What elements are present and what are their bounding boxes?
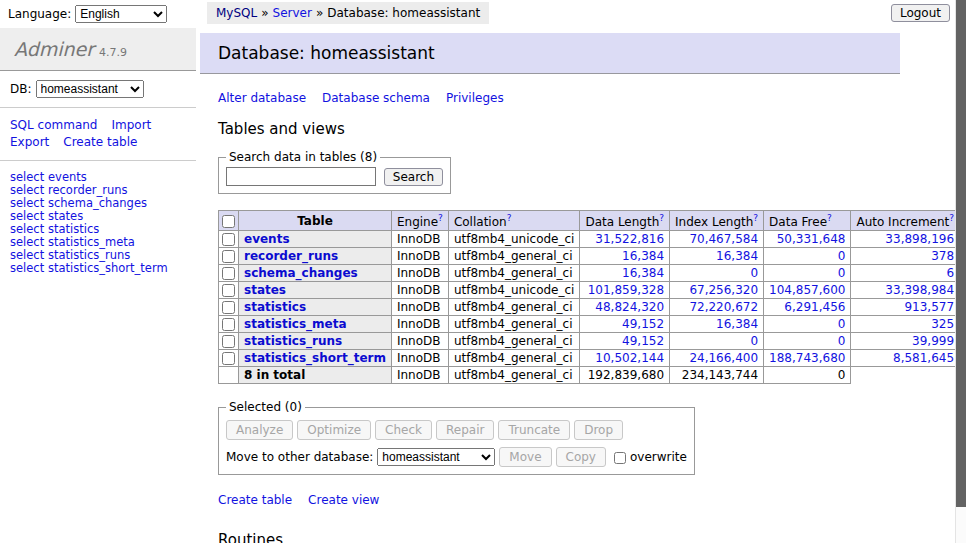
help-link-data-free[interactable]: ?: [827, 213, 832, 223]
sidebar-table-link-statistics_short_term[interactable]: statistics_short_term: [48, 261, 168, 275]
breadcrumb-server-type-link[interactable]: MySQL: [216, 6, 257, 20]
sidebar-table-link-statistics_runs[interactable]: statistics_runs: [48, 248, 130, 262]
sidebar-select-link-recorder_runs[interactable]: select: [10, 183, 44, 197]
row-checkbox-statistics[interactable]: [222, 301, 235, 314]
table-link-statistics_runs[interactable]: statistics_runs: [244, 334, 342, 348]
auto-increment-link[interactable]: 913,577: [904, 300, 954, 314]
sidebar-link-create-table[interactable]: Create table: [63, 134, 137, 151]
scrollbar-thumb[interactable]: [956, 0, 966, 507]
index-length-link[interactable]: 70,467,584: [689, 232, 758, 246]
data-free-link[interactable]: 0: [838, 266, 846, 280]
search-input[interactable]: [226, 167, 376, 186]
create-view-link[interactable]: Create view: [308, 493, 379, 507]
breadcrumb-server-link[interactable]: Server: [273, 6, 312, 20]
row-checkbox-events[interactable]: [222, 233, 235, 246]
auto-increment-link[interactable]: 6: [946, 266, 954, 280]
sidebar-select-link-states[interactable]: select: [10, 209, 44, 223]
table-link-recorder_runs[interactable]: recorder_runs: [244, 249, 338, 263]
select-all-checkbox[interactable]: [222, 215, 235, 228]
sidebar-select-link-statistics[interactable]: select: [10, 222, 44, 236]
move-button[interactable]: Move: [499, 447, 551, 467]
data-length-link[interactable]: 48,824,320: [595, 300, 664, 314]
move-db-select[interactable]: homeassistant: [377, 448, 495, 466]
sidebar-table-link-schema_changes[interactable]: schema_changes: [48, 196, 147, 210]
sidebar-table-link-states[interactable]: states: [48, 209, 83, 223]
data-free-link[interactable]: 0: [838, 334, 846, 348]
help-link-engine[interactable]: ?: [438, 213, 443, 223]
drop-button[interactable]: Drop: [574, 420, 623, 440]
data-length-link[interactable]: 31,522,816: [595, 232, 664, 246]
row-checkbox-states[interactable]: [222, 284, 235, 297]
sidebar-link-export[interactable]: Export: [10, 134, 49, 151]
sidebar-select-link-statistics_short_term[interactable]: select: [10, 261, 44, 275]
index-length-link[interactable]: 72,220,672: [689, 300, 758, 314]
language-select[interactable]: English: [75, 5, 167, 23]
index-length-link[interactable]: 16,384: [716, 249, 758, 263]
copy-button[interactable]: Copy: [556, 447, 606, 467]
auto-increment-link[interactable]: 325: [931, 317, 954, 331]
search-button[interactable]: Search: [384, 168, 443, 186]
data-length-link[interactable]: 49,152: [622, 317, 664, 331]
table-link-statistics[interactable]: statistics: [244, 300, 306, 314]
row-checkbox-schema_changes[interactable]: [222, 267, 235, 280]
row-checkbox-statistics_runs[interactable]: [222, 335, 235, 348]
analyze-button[interactable]: Analyze: [226, 420, 293, 440]
data-free-link[interactable]: 188,743,680: [769, 351, 845, 365]
sidebar-table-link-recorder_runs[interactable]: recorder_runs: [48, 183, 128, 197]
optimize-button[interactable]: Optimize: [297, 420, 371, 440]
data-free-link[interactable]: 50,331,648: [777, 232, 846, 246]
sidebar-link-import[interactable]: Import: [111, 117, 151, 134]
table-link-statistics_short_term[interactable]: statistics_short_term: [244, 351, 386, 365]
index-length-link[interactable]: 24,166,400: [689, 351, 758, 365]
index-length-link[interactable]: 16,384: [716, 317, 758, 331]
help-link-index-length[interactable]: ?: [753, 213, 758, 223]
row-checkbox-statistics_short_term[interactable]: [222, 352, 235, 365]
truncate-button[interactable]: Truncate: [498, 420, 570, 440]
auto-increment-link[interactable]: 33,898,196: [885, 232, 954, 246]
row-checkbox-statistics_meta[interactable]: [222, 318, 235, 331]
alter-database-link[interactable]: Alter database: [218, 91, 306, 105]
help-link-auto-increment[interactable]: ?: [949, 213, 954, 223]
data-length-link[interactable]: 49,152: [622, 334, 664, 348]
help-link-data-length[interactable]: ?: [659, 213, 664, 223]
data-free-link[interactable]: 0: [838, 249, 846, 263]
data-free-link[interactable]: 6,291,456: [784, 300, 845, 314]
check-button[interactable]: Check: [375, 420, 432, 440]
row-checkbox-recorder_runs[interactable]: [222, 250, 235, 263]
auto-increment-link[interactable]: 39,999: [912, 334, 954, 348]
help-link-collation[interactable]: ?: [507, 213, 512, 223]
adminer-logo-link[interactable]: Adminer: [14, 38, 94, 60]
logout-button[interactable]: Logout: [891, 4, 950, 22]
sidebar-table-link-events[interactable]: events: [48, 170, 87, 184]
table-link-schema_changes[interactable]: schema_changes: [244, 266, 358, 280]
table-link-events[interactable]: events: [244, 232, 290, 246]
data-free-link[interactable]: 0: [838, 317, 846, 331]
data-length-link[interactable]: 16,384: [622, 266, 664, 280]
data-length-link[interactable]: 101,859,328: [588, 283, 664, 297]
sidebar-link-sql-command[interactable]: SQL command: [10, 117, 97, 134]
sidebar-table-link-statistics[interactable]: statistics: [48, 222, 99, 236]
db-select[interactable]: homeassistant: [36, 80, 144, 98]
sidebar-table-link-statistics_meta[interactable]: statistics_meta: [48, 235, 135, 249]
repair-button[interactable]: Repair: [436, 420, 494, 440]
data-length-link[interactable]: 16,384: [622, 249, 664, 263]
index-length-link[interactable]: 0: [750, 334, 758, 348]
sidebar-select-link-events[interactable]: select: [10, 170, 44, 184]
page-scrollbar[interactable]: [955, 0, 966, 543]
auto-increment-link[interactable]: 8,581,645: [893, 351, 954, 365]
sidebar-select-link-statistics_meta[interactable]: select: [10, 235, 44, 249]
sidebar-select-link-schema_changes[interactable]: select: [10, 196, 44, 210]
index-length-link[interactable]: 0: [750, 266, 758, 280]
table-link-states[interactable]: states: [244, 283, 286, 297]
data-free-link[interactable]: 104,857,600: [769, 283, 845, 297]
table-link-statistics_meta[interactable]: statistics_meta: [244, 317, 347, 331]
index-length-link[interactable]: 67,256,320: [689, 283, 758, 297]
database-schema-link[interactable]: Database schema: [322, 91, 430, 105]
privileges-link[interactable]: Privileges: [446, 91, 504, 105]
data-length-link[interactable]: 10,502,144: [595, 351, 664, 365]
overwrite-checkbox[interactable]: [614, 452, 626, 464]
sidebar-select-link-statistics_runs[interactable]: select: [10, 248, 44, 262]
auto-increment-link[interactable]: 378: [931, 249, 954, 263]
auto-increment-link[interactable]: 33,398,984: [885, 283, 954, 297]
create-table-link[interactable]: Create table: [218, 493, 292, 507]
